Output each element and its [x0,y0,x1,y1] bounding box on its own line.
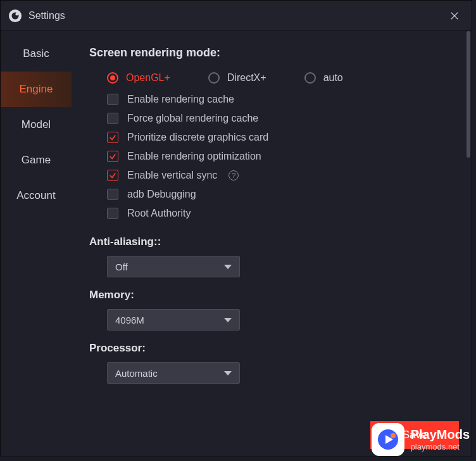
radio-label: OpenGL+ [126,72,170,84]
settings-window: Settings Basic Engine Model Game Account… [0,0,472,457]
checkbox-icon [107,189,118,200]
select-antialiasing[interactable]: Off [107,256,240,277]
checkbox-icon [107,170,118,181]
checkbox-label: Enable vertical sync [127,170,217,181]
chevron-down-icon [224,265,232,269]
watermark-subtitle: playmods.net [411,442,470,452]
checkbox-vertical-sync[interactable]: Enable vertical sync ? [107,170,456,181]
field-label: Memory: [89,289,456,301]
select-processor[interactable]: Automatic [107,362,240,384]
radio-icon [107,72,118,84]
sidebar-item-label: Account [16,189,55,202]
checkbox-rendering-cache[interactable]: Enable rendering cache [107,94,456,105]
checkbox-label: adb Debugging [127,189,196,200]
checkbox-label: Enable rendering optimization [127,151,261,162]
checkbox-icon [107,113,118,124]
sidebar-item-label: Engine [20,83,53,96]
radio-icon [208,72,220,84]
checkbox-adb-debugging[interactable]: adb Debugging [107,189,456,200]
sidebar-item-account[interactable]: Account [1,178,72,213]
radio-opengl[interactable]: OpenGL+ [107,72,170,84]
field-antialiasing: Anti-aliasing:: Off [89,236,456,277]
svg-point-4 [391,433,396,438]
close-button[interactable] [445,6,464,25]
watermark-title: PlayMods [411,427,470,442]
sidebar-item-label: Game [22,154,51,167]
checkbox-icon [107,94,118,105]
checkbox-label: Root Authority [127,208,191,219]
radio-auto[interactable]: auto [304,72,343,84]
select-memory[interactable]: 4096M [107,309,240,331]
radio-icon [304,72,316,84]
select-value: 4096M [115,315,144,325]
checkbox-root-authority[interactable]: Root Authority [107,208,456,219]
checkbox-label: Force global rendering cache [127,113,258,124]
sidebar-item-engine[interactable]: Engine [1,72,72,107]
heading-rendering-mode: Screen rendering mode: [89,46,456,60]
svg-point-2 [15,12,18,15]
sidebar-item-model[interactable]: Model [1,107,72,142]
checkbox-label: Prioritize discrete graphics card [127,132,268,143]
radio-label: DirectX+ [227,72,266,84]
scrollbar-thumb[interactable] [467,31,470,158]
checkbox-icon [107,208,118,219]
watermark: PlayMods playmods.net [372,423,470,456]
sidebar-item-basic[interactable]: Basic [1,36,72,72]
help-icon[interactable]: ? [229,170,239,180]
radio-label: auto [323,72,343,84]
checkbox-discrete-graphics[interactable]: Prioritize discrete graphics card [107,132,456,143]
field-label: Anti-aliasing:: [89,236,456,248]
rendering-mode-radios: OpenGL+ DirectX+ auto [89,72,456,84]
checkbox-list: Enable rendering cache Force global rend… [89,94,456,219]
checkbox-label: Enable rendering cache [127,94,234,105]
sidebar-item-label: Model [22,118,51,131]
sidebar-item-game[interactable]: Game [1,142,72,178]
body: Basic Engine Model Game Account Screen r… [1,31,472,457]
checkbox-icon [107,151,118,162]
radio-directx[interactable]: DirectX+ [208,72,266,84]
checkbox-icon [107,132,118,143]
window-title: Settings [28,10,445,22]
playmods-logo-icon [372,423,404,456]
select-value: Off [115,262,128,272]
field-label: Processor: [89,342,456,355]
sidebar-item-label: Basic [23,47,49,60]
field-memory: Memory: 4096M [89,289,456,331]
chevron-down-icon [224,318,232,322]
field-processor: Processor: Automatic [89,342,456,384]
chevron-down-icon [224,371,232,376]
select-value: Automatic [115,368,158,379]
checkbox-force-global-cache[interactable]: Force global rendering cache [107,113,456,124]
watermark-text: PlayMods playmods.net [411,427,470,452]
content-panel: Screen rendering mode: OpenGL+ DirectX+ … [72,31,472,457]
sidebar: Basic Engine Model Game Account [1,31,72,457]
checkbox-rendering-optimization[interactable]: Enable rendering optimization [107,151,456,162]
titlebar: Settings [1,1,472,31]
app-icon [8,9,22,23]
